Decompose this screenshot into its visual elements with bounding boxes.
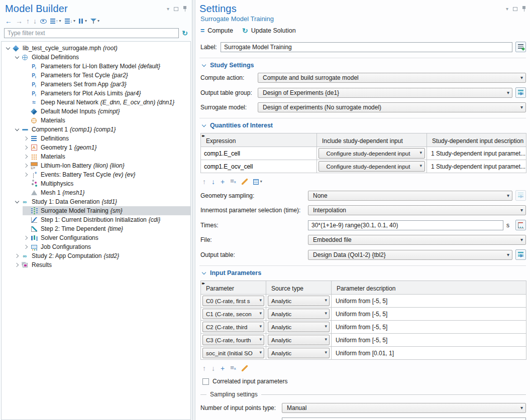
- compute-button[interactable]: = Compute: [200, 27, 233, 35]
- tree-item-step-2-time-dependent[interactable]: Step 2: Time Dependent {time}: [2, 224, 190, 233]
- clear-table-icon[interactable]: [242, 365, 248, 371]
- move-up-icon[interactable]: ↑: [202, 364, 206, 372]
- go-to-table-button[interactable]: [515, 249, 526, 260]
- tree-item-results[interactable]: Results: [2, 260, 190, 269]
- chevron-collapsed-icon[interactable]: [23, 171, 30, 178]
- tree-item-events-battery-test-cycle[interactable]: Events: Battery Test Cycle (ev) {ev}: [2, 170, 190, 179]
- model-tree-node-text-button[interactable]: ▾: [79, 17, 87, 25]
- filter-button[interactable]: ▾: [90, 17, 99, 25]
- move-down-icon[interactable]: ↓: [211, 178, 215, 186]
- tree-item-materials-global[interactable]: Materials: [2, 116, 190, 125]
- chevron-collapsed-icon[interactable]: [14, 252, 21, 259]
- parameter-select[interactable]: soc_init (Initial SO: [202, 348, 264, 358]
- num-input-points-type-select[interactable]: Manual: [282, 403, 526, 413]
- parameter-select[interactable]: C1 (C-rate, secon: [202, 309, 264, 319]
- go-back-icon[interactable]: ←: [5, 17, 12, 25]
- parameter-select[interactable]: C2 (C-rate, third: [202, 322, 264, 332]
- chevron-collapsed-icon[interactable]: [23, 135, 30, 142]
- chevron-expanded-icon[interactable]: [14, 54, 21, 61]
- chevron-expanded-icon[interactable]: [5, 45, 12, 52]
- chevron-collapsed-icon[interactable]: [23, 162, 30, 169]
- pin-window-icon[interactable]: [522, 6, 526, 12]
- add-icon[interactable]: +: [221, 364, 225, 372]
- tree-item-step-1-current-distribution[interactable]: Step 1: Current Distribution Initializat…: [2, 215, 190, 224]
- float-window-icon[interactable]: [174, 7, 178, 11]
- tree-item-parameters-liion-battery[interactable]: Parameters for Li-Ion Battery Model {def…: [2, 62, 190, 71]
- rename-button[interactable]: [515, 42, 526, 52]
- float-window-icon[interactable]: [513, 7, 517, 11]
- expression-input[interactable]: [201, 147, 316, 160]
- delete-icon[interactable]: ≡x: [230, 177, 236, 186]
- times-input[interactable]: [308, 220, 503, 230]
- tree-item-lithium-ion-battery[interactable]: Lithium-Ion Battery (liion) {liion}: [2, 161, 190, 170]
- file-select[interactable]: Embedded file: [308, 235, 526, 245]
- tree-item-parameters-set-from-app[interactable]: Parameters Set from App {par3}: [2, 80, 190, 89]
- label-input[interactable]: [221, 42, 512, 52]
- parameter-select[interactable]: C3 (C-rate, fourth: [202, 335, 264, 345]
- chevron-collapsed-icon[interactable]: [23, 153, 30, 160]
- move-up-icon[interactable]: ↑: [26, 17, 30, 25]
- source-type-select[interactable]: Analytic: [268, 296, 330, 306]
- tree-item-root[interactable]: lib_test_cycle_surrogate.mph (root): [2, 44, 190, 53]
- expression-input[interactable]: [201, 160, 316, 173]
- move-down-icon[interactable]: ↓: [33, 17, 37, 25]
- tree-item-global-definitions[interactable]: Global Definitions: [2, 53, 190, 62]
- go-forward-icon[interactable]: →: [16, 17, 23, 25]
- configure-study-dependent-input-button[interactable]: Configure study-dependent input: [319, 148, 425, 159]
- move-up-icon[interactable]: ↑: [202, 178, 206, 186]
- table-settings-button[interactable]: ▾: [253, 178, 262, 186]
- surrogate-model-select[interactable]: Design of experiments (No surrogate mode…: [258, 102, 526, 112]
- collapse-all-button[interactable]: ↓▾: [65, 17, 76, 25]
- pin-window-icon[interactable]: [183, 6, 187, 12]
- innermost-parameter-select[interactable]: Interpolation: [308, 205, 526, 215]
- chevron-collapsed-icon[interactable]: [23, 243, 30, 250]
- panel-menu-caret-icon[interactable]: ▾: [506, 7, 508, 12]
- tree-item-deep-neural-network[interactable]: Deep Neural Network (E_dnn, E_ocv_dnn) {…: [2, 98, 190, 107]
- tree-item-geometry-1[interactable]: Geometry 1 {geom1}: [2, 143, 190, 152]
- tree-item-default-model-inputs[interactable]: Default Model Inputs {cminpt}: [2, 107, 190, 116]
- tree-item-solver-configurations[interactable]: Solver Configurations: [2, 233, 190, 242]
- show-icon[interactable]: [40, 19, 47, 24]
- tree-item-study-2[interactable]: Study 2: App Computation {std2}: [2, 251, 190, 260]
- source-type-select[interactable]: Analytic: [268, 322, 330, 332]
- source-type-select[interactable]: Analytic: [268, 348, 330, 358]
- update-solution-button[interactable]: ↻ Update Solution: [242, 27, 296, 35]
- output-table-select[interactable]: Design Data (QoI1-2) {tbl2}: [308, 250, 512, 260]
- reorder-columns-icon[interactable]: [202, 133, 204, 138]
- tree-item-study-1[interactable]: Study 1: Data Generation {std1}: [2, 197, 190, 206]
- compute-action-select[interactable]: Compute and build surrogate model: [258, 73, 526, 83]
- configure-study-dependent-input-button[interactable]: Configure study-dependent input: [319, 161, 425, 172]
- chevron-collapsed-icon[interactable]: [23, 234, 30, 241]
- section-input-parameters[interactable]: Input Parameters: [199, 265, 526, 281]
- delete-icon[interactable]: ≡x: [230, 364, 236, 373]
- correlated-input-parameters-checkbox[interactable]: [202, 378, 209, 385]
- refresh-icon[interactable]: ↻: [182, 29, 188, 37]
- section-study-settings[interactable]: Study Settings: [199, 58, 526, 73]
- tree-filter-input[interactable]: [4, 28, 179, 38]
- expand-all-button[interactable]: ↑▾: [50, 17, 61, 25]
- num-input-points-input[interactable]: [282, 417, 526, 420]
- tree-item-parameters-plot-axis-limits[interactable]: Parameters for Plot Axis Limits {par4}: [2, 89, 190, 98]
- parameter-select[interactable]: C0 (C-rate, first s: [202, 296, 264, 306]
- section-quantities-of-interest[interactable]: Quantities of Interest: [199, 118, 526, 133]
- tree-item-materials-component[interactable]: Materials: [2, 152, 190, 161]
- range-button[interactable]: [515, 220, 526, 230]
- panel-menu-caret-icon[interactable]: ▾: [167, 7, 169, 12]
- output-table-group-select[interactable]: Design of Experiments {de1}: [258, 88, 512, 98]
- tree-item-mesh-1[interactable]: Mesh 1 {mesh1}: [2, 188, 190, 197]
- clear-table-icon[interactable]: [242, 179, 248, 185]
- add-icon[interactable]: +: [221, 178, 225, 186]
- chevron-collapsed-icon[interactable]: [23, 144, 30, 151]
- tree-item-component-1[interactable]: Component 1 (comp1) {comp1}: [2, 125, 190, 134]
- geometry-sampling-select[interactable]: None: [308, 191, 512, 201]
- tree-item-job-configurations[interactable]: Job Configurations: [2, 242, 190, 251]
- go-to-table-button[interactable]: [515, 87, 526, 98]
- source-type-select[interactable]: Analytic: [268, 309, 330, 319]
- chevron-expanded-icon[interactable]: [14, 198, 21, 205]
- tree-item-multiphysics[interactable]: Multiphysics: [2, 179, 190, 188]
- tree-item-surrogate-model-training[interactable]: Surrogate Model Training {sm}: [2, 206, 190, 215]
- tree-item-parameters-test-cycle[interactable]: Parameters for Test Cycle {par2}: [2, 71, 190, 80]
- reorder-columns-icon[interactable]: [202, 281, 204, 286]
- source-type-select[interactable]: Analytic: [268, 335, 330, 345]
- chevron-expanded-icon[interactable]: [14, 126, 21, 133]
